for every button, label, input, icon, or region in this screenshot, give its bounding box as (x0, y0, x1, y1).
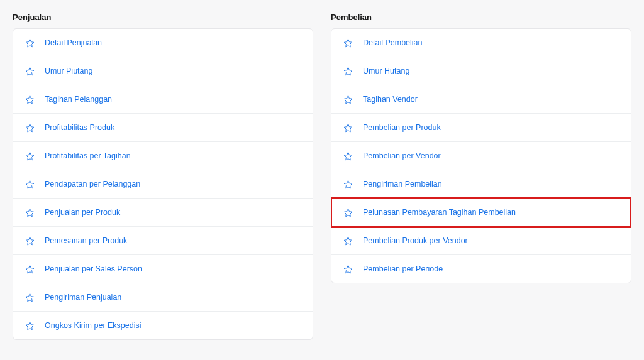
star-icon[interactable] (25, 38, 35, 48)
svg-marker-0 (26, 39, 34, 47)
svg-marker-1 (26, 67, 34, 75)
list-item[interactable]: Penjualan per Sales Person (13, 255, 313, 283)
svg-marker-2 (26, 95, 34, 104)
star-icon[interactable] (25, 236, 35, 246)
list-item[interactable]: Umur Piutang (13, 57, 313, 85)
list-item[interactable]: Ongkos Kirim per Ekspedisi (13, 312, 313, 339)
star-icon[interactable] (25, 94, 35, 104)
list-item[interactable]: Profitabilitas Produk (13, 114, 313, 142)
list-item[interactable]: Detail Penjualan (13, 29, 313, 57)
svg-marker-17 (344, 209, 352, 217)
star-icon[interactable] (343, 66, 353, 76)
list-item[interactable]: Profitabilitas per Tagihan (13, 142, 313, 170)
list-item-label: Profitabilitas per Tagihan (45, 151, 131, 160)
svg-marker-7 (26, 237, 34, 245)
section-title-penjualan: Penjualan (13, 13, 313, 22)
list-item-label: Pembelian per Periode (363, 265, 443, 273)
list-item-label: Tagihan Pelanggan (45, 95, 112, 104)
list-item[interactable]: Pemesanan per Produk (13, 227, 313, 255)
star-icon[interactable] (343, 94, 353, 104)
star-icon[interactable] (25, 151, 35, 161)
svg-marker-16 (344, 180, 352, 188)
svg-marker-6 (26, 209, 34, 217)
list-item[interactable]: Tagihan Vendor (331, 85, 631, 114)
svg-marker-10 (26, 322, 34, 330)
list-item[interactable]: Pendapatan per Pelanggan (13, 170, 313, 199)
list-item[interactable]: Tagihan Pelanggan (13, 85, 313, 114)
star-icon[interactable] (343, 207, 353, 217)
star-icon[interactable] (25, 320, 35, 330)
list-item-label: Detail Penjualan (45, 38, 102, 47)
star-icon[interactable] (343, 38, 353, 48)
list-item[interactable]: Pembelian per Periode (331, 255, 631, 283)
svg-marker-9 (26, 293, 34, 302)
list-item[interactable]: Penjualan per Produk (13, 199, 313, 227)
list-item-highlighted[interactable]: Pelunasan Pembayaran Tagihan Pembelian (331, 199, 631, 227)
list-item-label: Pengiriman Pembelian (363, 180, 442, 188)
star-icon[interactable] (25, 292, 35, 302)
list-pembelian: Detail Pembelian Umur Hutang Tagihan Ven… (331, 28, 631, 283)
report-columns: Penjualan Detail Penjualan Umur Piutang … (13, 13, 631, 340)
svg-marker-5 (26, 180, 34, 188)
list-item-label: Penjualan per Sales Person (45, 265, 142, 273)
svg-marker-11 (344, 39, 352, 47)
list-item-label: Detail Pembelian (363, 38, 423, 47)
svg-marker-18 (344, 237, 352, 245)
svg-marker-15 (344, 152, 352, 160)
list-item-label: Pemesanan per Produk (45, 236, 127, 245)
list-item[interactable]: Pengiriman Pembelian (331, 170, 631, 199)
list-item-label: Ongkos Kirim per Ekspedisi (45, 321, 142, 330)
list-item[interactable]: Pembelian Produk per Vendor (331, 227, 631, 255)
section-title-pembelian: Pembelian (331, 13, 631, 22)
column-penjualan: Penjualan Detail Penjualan Umur Piutang … (13, 13, 313, 340)
list-item-label: Pengiriman Penjualan (45, 293, 121, 302)
star-icon[interactable] (343, 236, 353, 246)
svg-marker-13 (344, 95, 352, 104)
list-item-label: Profitabilitas Produk (45, 123, 114, 132)
list-item-label: Pembelian per Produk (363, 123, 441, 132)
svg-marker-8 (26, 265, 34, 273)
star-icon[interactable] (343, 264, 353, 274)
star-icon[interactable] (25, 207, 35, 217)
list-item-label: Umur Piutang (45, 67, 92, 75)
svg-marker-14 (344, 124, 352, 132)
star-icon[interactable] (343, 179, 353, 189)
list-item[interactable]: Pembelian per Produk (331, 114, 631, 142)
list-item-label: Penjualan per Produk (45, 208, 120, 217)
list-item-label: Umur Hutang (363, 67, 409, 75)
list-item-label: Pelunasan Pembayaran Tagihan Pembelian (363, 208, 516, 217)
svg-marker-12 (344, 67, 352, 75)
star-icon[interactable] (343, 123, 353, 133)
list-item[interactable]: Pembelian per Vendor (331, 142, 631, 170)
star-icon[interactable] (343, 151, 353, 161)
svg-marker-19 (344, 265, 352, 273)
star-icon[interactable] (25, 123, 35, 133)
list-item-label: Pembelian Produk per Vendor (363, 236, 468, 245)
list-item[interactable]: Pengiriman Penjualan (13, 283, 313, 312)
list-item-label: Pembelian per Vendor (363, 151, 441, 160)
list-item-label: Tagihan Vendor (363, 95, 418, 104)
column-pembelian: Pembelian Detail Pembelian Umur Hutang T… (331, 13, 631, 340)
list-item-label: Pendapatan per Pelanggan (45, 180, 140, 188)
svg-marker-3 (26, 124, 34, 132)
star-icon[interactable] (25, 264, 35, 274)
list-item[interactable]: Detail Pembelian (331, 29, 631, 57)
svg-marker-4 (26, 152, 34, 160)
star-icon[interactable] (25, 179, 35, 189)
list-penjualan: Detail Penjualan Umur Piutang Tagihan Pe… (13, 28, 313, 340)
star-icon[interactable] (25, 66, 35, 76)
list-item[interactable]: Umur Hutang (331, 57, 631, 85)
